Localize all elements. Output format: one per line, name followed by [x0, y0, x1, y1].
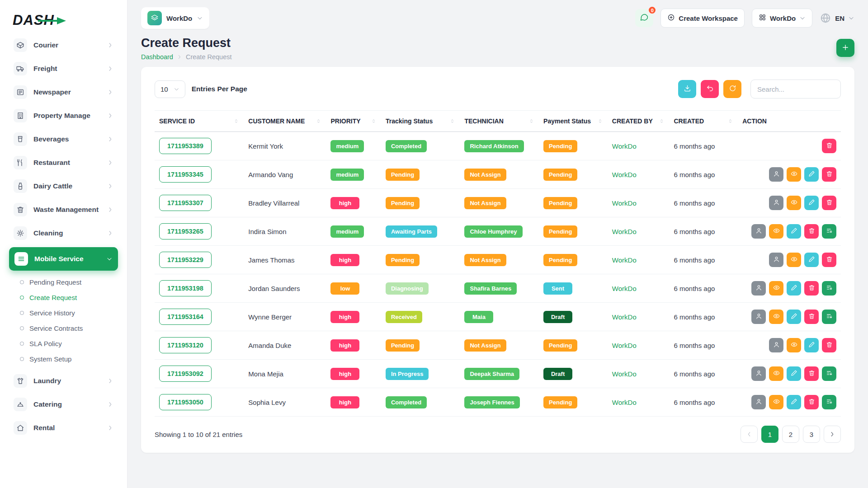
- service-id-badge[interactable]: 1711953164: [159, 309, 212, 325]
- sort-icon[interactable]: [597, 118, 603, 124]
- view-action-button[interactable]: [769, 281, 783, 296]
- sort-icon[interactable]: [449, 118, 455, 124]
- created-by-link[interactable]: WorkDo: [612, 313, 637, 321]
- sidebar-item-courier[interactable]: Courier: [9, 33, 118, 57]
- add-request-button[interactable]: [836, 39, 854, 57]
- assign-action-button[interactable]: [769, 253, 783, 267]
- tasks-action-button[interactable]: [822, 224, 836, 239]
- column-header-payment-status[interactable]: Payment Status: [539, 111, 608, 132]
- sidebar-subitem-service-contracts[interactable]: Service Contracts: [16, 320, 118, 336]
- workspace-switcher[interactable]: WorkDo: [141, 7, 209, 29]
- delete-action-button[interactable]: [822, 167, 836, 182]
- refresh-button[interactable]: [723, 80, 741, 98]
- created-by-link[interactable]: WorkDo: [612, 228, 637, 235]
- sort-icon[interactable]: [233, 118, 239, 124]
- tasks-action-button[interactable]: [822, 281, 836, 296]
- view-action-button[interactable]: [769, 224, 783, 239]
- sidebar-subitem-pending-request[interactable]: Pending Request: [16, 274, 118, 290]
- delete-action-button[interactable]: [822, 338, 836, 352]
- sidebar-item-cleaning[interactable]: Cleaning: [9, 221, 118, 245]
- delete-action-button[interactable]: [804, 395, 819, 409]
- edit-action-button[interactable]: [787, 281, 801, 296]
- page-button-1[interactable]: 1: [761, 426, 778, 443]
- service-id-badge[interactable]: 1711953307: [159, 195, 212, 211]
- sort-icon[interactable]: [659, 118, 665, 124]
- delete-action-button[interactable]: [804, 310, 819, 324]
- workspace-dropdown[interactable]: WorkDo: [752, 9, 812, 28]
- assign-action-button[interactable]: [769, 167, 783, 182]
- breadcrumb-dashboard-link[interactable]: Dashboard: [141, 53, 173, 61]
- delete-action-button[interactable]: [822, 196, 836, 210]
- assign-action-button[interactable]: [769, 196, 783, 210]
- created-by-link[interactable]: WorkDo: [612, 342, 637, 349]
- column-header-created-by[interactable]: CREATED BY: [608, 111, 670, 132]
- page-button-2[interactable]: 2: [782, 426, 799, 443]
- created-by-link[interactable]: WorkDo: [612, 142, 637, 150]
- delete-action-button[interactable]: [804, 281, 819, 296]
- app-logo[interactable]: DASH: [13, 8, 118, 33]
- delete-action-button[interactable]: [804, 366, 819, 381]
- delete-action-button[interactable]: [822, 139, 836, 153]
- tasks-action-button[interactable]: [822, 395, 836, 409]
- created-by-link[interactable]: WorkDo: [612, 370, 637, 378]
- edit-action-button[interactable]: [804, 338, 819, 352]
- assign-action-button[interactable]: [751, 310, 766, 324]
- assign-action-button[interactable]: [751, 281, 766, 296]
- create-workspace-button[interactable]: Create Workspace: [660, 9, 745, 28]
- sidebar-item-mobile-service[interactable]: Mobile Service: [9, 247, 118, 271]
- page-button-3[interactable]: 3: [803, 426, 820, 443]
- view-action-button[interactable]: [769, 395, 783, 409]
- sidebar-item-rental[interactable]: Rental: [9, 416, 118, 440]
- service-id-badge[interactable]: 1711953389: [159, 138, 212, 154]
- sidebar-subitem-create-request[interactable]: Create Request: [16, 290, 118, 305]
- delete-action-button[interactable]: [822, 253, 836, 267]
- edit-action-button[interactable]: [804, 253, 819, 267]
- view-action-button[interactable]: [787, 338, 801, 352]
- sidebar-item-newspaper[interactable]: Newspaper: [9, 80, 118, 104]
- service-id-badge[interactable]: 1711953345: [159, 166, 212, 183]
- service-id-badge[interactable]: 1711953198: [159, 280, 212, 296]
- entries-per-page-select[interactable]: 10: [155, 80, 185, 98]
- view-action-button[interactable]: [787, 167, 801, 182]
- column-header-customer-name[interactable]: CUSTOMER NAME: [244, 111, 326, 132]
- assign-action-button[interactable]: [751, 224, 766, 239]
- column-header-technician[interactable]: TECHNICIAN: [460, 111, 539, 132]
- sidebar-subitem-system-setup[interactable]: System Setup: [16, 351, 118, 366]
- back-button[interactable]: [701, 80, 719, 98]
- column-header-created[interactable]: CREATED: [669, 111, 738, 132]
- sidebar-subitem-sla-policy[interactable]: SLA Policy: [16, 336, 118, 351]
- edit-action-button[interactable]: [804, 167, 819, 182]
- service-id-badge[interactable]: 1711953265: [159, 223, 212, 239]
- next-page-button[interactable]: [824, 426, 841, 443]
- sidebar-item-dairy-cattle[interactable]: Dairy Cattle: [9, 174, 118, 198]
- sort-icon[interactable]: [371, 118, 377, 124]
- previous-page-button[interactable]: [741, 426, 758, 443]
- sidebar-item-restaurant[interactable]: Restaurant: [9, 151, 118, 174]
- edit-action-button[interactable]: [787, 395, 801, 409]
- created-by-link[interactable]: WorkDo: [612, 171, 637, 178]
- column-header-priority[interactable]: PRIORITY: [326, 111, 381, 132]
- messages-button[interactable]: 0: [635, 9, 653, 27]
- sidebar-item-beverages[interactable]: Beverages: [9, 127, 118, 151]
- view-action-button[interactable]: [769, 366, 783, 381]
- created-by-link[interactable]: WorkDo: [612, 256, 637, 264]
- edit-action-button[interactable]: [787, 366, 801, 381]
- service-id-badge[interactable]: 1711953092: [159, 366, 212, 382]
- sidebar-item-freight[interactable]: Freight: [9, 57, 118, 80]
- tasks-action-button[interactable]: [822, 366, 836, 381]
- sidebar-item-waste-management[interactable]: Waste Management: [9, 198, 118, 221]
- created-by-link[interactable]: WorkDo: [612, 399, 637, 406]
- service-id-badge[interactable]: 1711953120: [159, 337, 212, 353]
- edit-action-button[interactable]: [787, 224, 801, 239]
- assign-action-button[interactable]: [751, 366, 766, 381]
- view-action-button[interactable]: [787, 196, 801, 210]
- sort-icon[interactable]: [727, 118, 733, 124]
- sidebar-subitem-service-history[interactable]: Service History: [16, 305, 118, 320]
- sidebar-item-laundry[interactable]: Laundry: [9, 369, 118, 393]
- sort-icon[interactable]: [528, 118, 534, 124]
- language-selector[interactable]: EN: [820, 12, 854, 24]
- assign-action-button[interactable]: [769, 338, 783, 352]
- sort-icon[interactable]: [316, 118, 321, 124]
- service-id-badge[interactable]: 1711953050: [159, 394, 212, 410]
- created-by-link[interactable]: WorkDo: [612, 199, 637, 207]
